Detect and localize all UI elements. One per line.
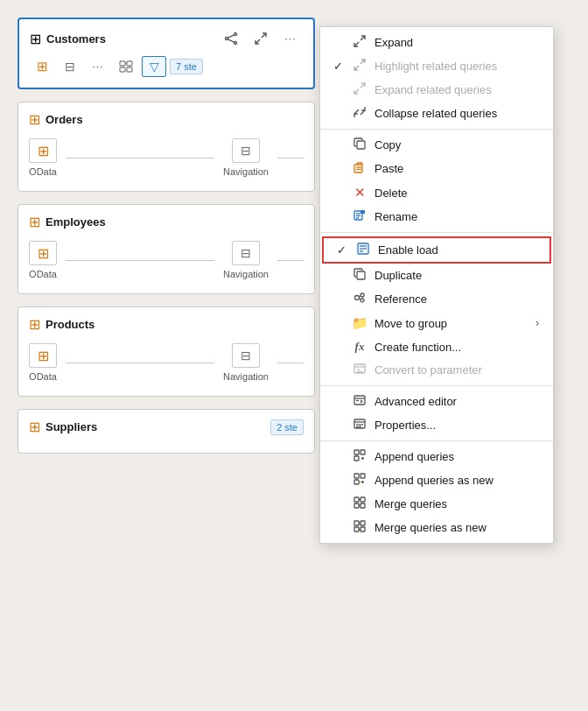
menu-item-duplicate[interactable]: Duplicate: [320, 264, 553, 287]
merge-queries-icon: [352, 496, 368, 511]
svg-line-18: [354, 89, 359, 94]
prod-odata-icon: ⊞: [38, 348, 49, 364]
advanced-editor-label: Advanced editor: [374, 395, 539, 408]
suppliers-step-badge: 2 ste: [270, 419, 304, 435]
menu-item-create-function[interactable]: fx Create function...: [320, 335, 553, 358]
append-queries-new-label: Append queries as new: [374, 474, 539, 487]
odata-label: OData: [29, 166, 57, 177]
menu-item-reference[interactable]: Reference: [320, 287, 553, 311]
menu-item-merge-queries[interactable]: Merge queries: [320, 492, 553, 516]
expand-icon[interactable]: [248, 28, 273, 49]
context-menu: Expand ✓ Highlight related queries Expan…: [319, 26, 554, 544]
copy-icon: [352, 137, 368, 152]
duplicate-label: Duplicate: [374, 269, 539, 282]
svg-rect-21: [357, 141, 365, 149]
menu-item-expand[interactable]: Expand: [320, 31, 553, 54]
products-card: ⊞ Products ⊞ OData ⊟ Navigation: [18, 306, 315, 397]
svg-line-16: [354, 66, 359, 70]
svg-rect-9: [120, 67, 125, 72]
merge-queries-label: Merge queries: [374, 497, 539, 510]
svg-rect-62: [354, 497, 359, 502]
svg-line-14: [354, 42, 359, 46]
menu-item-enable-load[interactable]: ✓ Enable load: [322, 236, 551, 264]
delete-icon: ✕: [352, 185, 368, 201]
svg-point-0: [234, 33, 237, 36]
svg-point-37: [360, 299, 364, 302]
products-table-icon: ⊞: [29, 316, 40, 333]
svg-line-17: [360, 83, 365, 88]
merge-queries-new-icon: [352, 520, 368, 535]
menu-item-advanced-editor[interactable]: Advanced editor: [320, 390, 553, 413]
svg-rect-52: [360, 450, 365, 454]
employees-title: Employees: [46, 215, 106, 229]
svg-rect-34: [357, 271, 365, 279]
menu-item-merge-queries-new[interactable]: Merge queries as new: [320, 516, 553, 539]
advanced-editor-icon: [352, 394, 368, 409]
svg-line-38: [359, 296, 360, 297]
menu-item-highlight[interactable]: ✓ Highlight related queries: [320, 54, 553, 78]
prod-odata-label: OData: [29, 371, 57, 382]
menu-item-move-to-group[interactable]: 📁 Move to group ›: [320, 311, 553, 335]
svg-rect-58: [354, 480, 359, 484]
menu-item-append-queries[interactable]: Append queries: [320, 445, 553, 468]
move-to-group-label: Move to group: [374, 317, 528, 330]
svg-rect-68: [354, 521, 359, 525]
append-queries-new-icon: [352, 473, 368, 488]
svg-line-3: [228, 35, 234, 38]
svg-point-2: [234, 42, 237, 45]
more-options-icon[interactable]: ···: [278, 28, 303, 49]
svg-line-19: [360, 110, 365, 115]
menu-item-collapse-related[interactable]: Collapse related queries: [320, 102, 553, 125]
menu-item-append-queries-new[interactable]: Append queries as new: [320, 468, 553, 492]
suppliers-title: Suppliers: [46, 420, 97, 433]
filter-btn[interactable]: ▽: [142, 56, 166, 77]
transform-btn[interactable]: [114, 56, 138, 77]
customers-title: Customers: [46, 32, 106, 46]
enable-load-label: Enable load: [378, 243, 536, 257]
menu-item-properties[interactable]: Properties...: [320, 413, 553, 437]
svg-line-20: [354, 109, 359, 114]
emp-nav-icon: ⊟: [241, 246, 251, 260]
prod-navigation-node: ⊟ Navigation: [223, 343, 269, 382]
svg-rect-44: [354, 396, 365, 405]
svg-rect-7: [120, 61, 125, 66]
parameter-icon: [352, 363, 368, 377]
paste-icon: [352, 161, 368, 176]
paste-label: Paste: [374, 162, 539, 175]
navigation-node: ⊟ Navigation: [223, 138, 269, 177]
emp-navigation-label: Navigation: [223, 269, 269, 279]
odata-node: ⊞ OData: [29, 138, 57, 177]
svg-rect-71: [360, 527, 365, 531]
toolbar-more-btn[interactable]: ···: [86, 56, 110, 77]
grid-view-btn[interactable]: ⊞: [30, 56, 54, 77]
svg-line-39: [359, 299, 360, 299]
svg-line-15: [360, 60, 365, 64]
prod-flow-line2: [277, 363, 304, 363]
menu-item-convert-to-parameter: Convert to parameter: [320, 358, 553, 382]
suppliers-card: ⊞ Suppliers 2 ste: [18, 409, 315, 454]
emp-navigation-node: ⊟ Navigation: [223, 241, 269, 279]
emp-odata-icon: ⊞: [38, 245, 49, 262]
highlight-check: ✓: [331, 60, 345, 73]
flow-line: [66, 158, 214, 158]
separator-2: [320, 232, 553, 233]
fx-icon: fx: [352, 340, 368, 354]
prod-nav-icon: ⊟: [241, 348, 251, 363]
menu-item-copy[interactable]: Copy: [320, 133, 553, 157]
employees-card: ⊞ Employees ⊞ OData ⊟ Navigation: [18, 204, 315, 294]
menu-item-paste[interactable]: Paste: [320, 157, 553, 180]
menu-item-delete[interactable]: ✕ Delete: [320, 180, 553, 205]
duplicate-icon: [352, 268, 368, 283]
expand-label: Expand: [374, 36, 539, 49]
share-icon[interactable]: [219, 28, 243, 49]
convert-to-parameter-label: Convert to parameter: [374, 363, 539, 377]
menu-item-rename[interactable]: Rename: [320, 205, 553, 229]
move-to-group-arrow: ›: [536, 317, 539, 329]
enable-load-icon: [355, 243, 371, 257]
append-queries-icon: [352, 449, 368, 464]
rename-icon: [352, 209, 368, 224]
svg-rect-56: [354, 474, 359, 478]
svg-rect-65: [360, 503, 365, 508]
table-view-btn[interactable]: ⊟: [58, 56, 82, 77]
svg-rect-10: [127, 67, 132, 72]
